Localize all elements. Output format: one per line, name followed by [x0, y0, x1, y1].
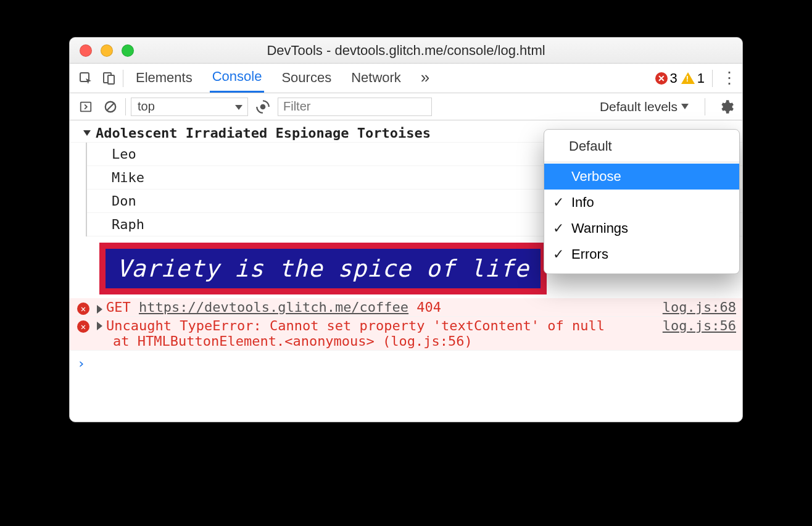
window-title: DevTools - devtools.glitch.me/console/lo…	[70, 43, 742, 59]
separator	[125, 98, 126, 115]
separator	[123, 70, 123, 87]
devtools-tabbar: Elements Console Sources Network » ✕ 3 1…	[70, 64, 742, 93]
tab-overflow[interactable]: »	[418, 63, 432, 93]
http-status: 404	[416, 299, 441, 315]
level-option-verbose[interactable]: Verbose	[544, 164, 739, 190]
log-levels-select[interactable]: Default levels	[600, 99, 689, 114]
level-option-warnings[interactable]: ✓ Warnings	[544, 215, 739, 241]
separator	[712, 70, 713, 87]
more-menu-icon[interactable]: ⋮	[720, 69, 739, 88]
separator	[544, 162, 739, 162]
styled-log-text: Variety is the spice of life	[99, 243, 547, 294]
levels-menu-header[interactable]: Default	[544, 132, 739, 161]
warning-count-value: 1	[697, 70, 705, 86]
stack-prefix: at HTMLButtonElement.<anonymous> (	[113, 333, 391, 349]
level-option-label: Errors	[571, 246, 608, 262]
expand-error-icon[interactable]	[97, 305, 102, 314]
svg-point-6	[260, 104, 266, 109]
console-error-row[interactable]: ✕ GET https://devtools.glitch.me/coffee …	[70, 298, 742, 317]
expand-error-icon[interactable]	[97, 322, 102, 330]
execution-context-value: top	[138, 99, 155, 114]
devtools-window: DevTools - devtools.glitch.me/console/lo…	[69, 37, 743, 422]
svg-rect-2	[108, 75, 114, 84]
tab-network[interactable]: Network	[349, 65, 404, 92]
window-controls	[80, 44, 134, 57]
titlebar: DevTools - devtools.glitch.me/console/lo…	[70, 38, 742, 64]
stack-suffix: )	[465, 333, 473, 349]
level-option-errors[interactable]: ✓ Errors	[544, 241, 739, 267]
toggle-device-icon[interactable]	[99, 69, 119, 88]
toggle-sidebar-icon[interactable]	[76, 97, 96, 117]
issue-counts: ✕ 3 1	[655, 70, 705, 86]
console-prompt[interactable]: ›	[70, 351, 742, 376]
level-option-label: Warnings	[571, 220, 628, 236]
http-method: GET	[106, 299, 131, 315]
console-error-row[interactable]: ✕ Uncaught TypeError: Cannot set propert…	[70, 317, 742, 351]
close-window-button[interactable]	[80, 44, 92, 57]
console-settings-icon[interactable]	[716, 97, 736, 117]
svg-rect-3	[81, 102, 91, 111]
error-icon: ✕	[655, 72, 668, 85]
log-levels-label: Default levels	[600, 99, 677, 114]
warning-count[interactable]: 1	[681, 70, 705, 86]
check-icon: ✓	[553, 220, 564, 236]
tab-elements[interactable]: Elements	[133, 65, 195, 92]
level-option-label: Verbose	[571, 169, 621, 185]
level-option-info[interactable]: ✓ Info	[544, 190, 739, 215]
separator	[705, 98, 705, 115]
panel-tabs: Elements Console Sources Network »	[133, 63, 432, 93]
console-toolbar: top Default levels	[70, 93, 742, 120]
error-count[interactable]: ✕ 3	[655, 70, 677, 86]
stack-frame: at HTMLButtonElement.<anonymous> (log.js…	[76, 333, 736, 349]
error-message: Uncaught TypeError: Cannot set property …	[106, 318, 663, 333]
live-expression-icon[interactable]	[253, 97, 273, 117]
error-count-value: 3	[670, 70, 677, 86]
check-icon: ✓	[553, 246, 564, 262]
filter-input[interactable]	[278, 98, 432, 116]
minimize-window-button[interactable]	[101, 44, 113, 57]
console-group-header[interactable]: Adolescent Irradiated Espionage Tortoise…	[76, 125, 431, 141]
error-message: GET https://devtools.glitch.me/coffee 40…	[106, 299, 441, 315]
zoom-window-button[interactable]	[122, 44, 134, 57]
check-icon: ✓	[553, 194, 564, 211]
warning-icon	[681, 72, 695, 84]
log-levels-menu: Default Verbose ✓ Info ✓ Warnings ✓ Erro…	[544, 129, 740, 274]
error-icon: ✕	[77, 303, 89, 315]
stack-source-link[interactable]: log.js:56	[391, 333, 464, 349]
inspect-element-icon[interactable]	[76, 69, 96, 88]
svg-line-5	[107, 103, 114, 110]
disclosure-triangle-icon	[83, 130, 91, 136]
execution-context-select[interactable]: top	[131, 98, 248, 116]
source-link[interactable]: log.js:68	[663, 299, 736, 315]
chevron-down-icon	[681, 104, 689, 109]
source-link[interactable]: log.js:56	[663, 318, 736, 333]
tab-console[interactable]: Console	[210, 64, 265, 93]
error-icon: ✕	[77, 320, 89, 333]
clear-console-icon[interactable]	[101, 97, 120, 117]
request-url[interactable]: https://devtools.glitch.me/coffee	[139, 299, 408, 315]
level-option-label: Info	[571, 194, 594, 211]
console-group-title: Adolescent Irradiated Espionage Tortoise…	[96, 125, 431, 141]
tab-sources[interactable]: Sources	[279, 65, 334, 92]
